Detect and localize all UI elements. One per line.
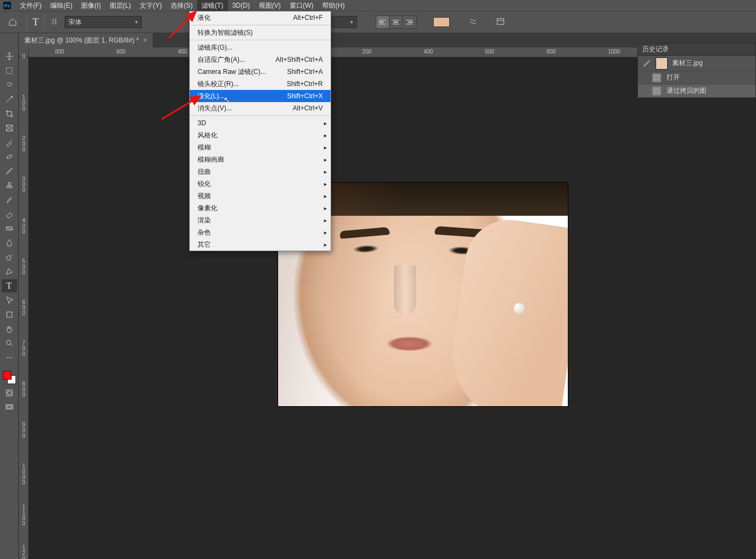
menu-item-label: 镜头校正(R)... bbox=[198, 79, 239, 89]
filter-submenu-item[interactable]: 其它 bbox=[190, 238, 331, 251]
svg-point-5 bbox=[6, 255, 10, 260]
type-tool-indicator[interactable]: T bbox=[33, 17, 39, 28]
filter-convert-smart[interactable]: 转换为智能滤镜(S) bbox=[190, 26, 331, 39]
menu-type[interactable]: 文字(Y) bbox=[135, 0, 166, 12]
workspace: T ⋯ 800600400200020040060080010001200140… bbox=[0, 47, 756, 559]
wand-icon bbox=[5, 95, 14, 104]
filter-last[interactable]: 液化 Alt+Ctrl+F bbox=[190, 12, 331, 24]
orientation-toggle[interactable] bbox=[50, 17, 59, 28]
menu-item-label: 其它 bbox=[198, 240, 211, 249]
filter-submenu-item[interactable]: 扭曲 bbox=[190, 166, 331, 178]
filter-submenu-item[interactable]: 模糊 bbox=[190, 141, 331, 153]
history-brush-tool[interactable] bbox=[2, 193, 17, 206]
menu-view[interactable]: 视图(V) bbox=[254, 0, 285, 12]
snapshot-label: 素材三.jpg bbox=[672, 58, 702, 68]
filter-submenu-item[interactable]: 风格化 bbox=[190, 129, 331, 141]
ruler-tick-label: 500 bbox=[19, 259, 28, 275]
document-tab[interactable]: 素材三.jpg @ 100% (图层 1, RGB/8#) * × bbox=[19, 33, 153, 47]
svg-point-7 bbox=[6, 340, 10, 345]
zoom-tool[interactable] bbox=[2, 337, 17, 350]
brush-tool[interactable] bbox=[2, 164, 17, 178]
filter-menu-item[interactable]: 消失点(V)...Alt+Ctrl+V bbox=[190, 102, 331, 114]
text-align-group bbox=[376, 15, 417, 29]
chevron-down-icon: ▾ bbox=[350, 19, 353, 25]
more-tools[interactable]: ⋯ bbox=[2, 351, 17, 364]
text-color-swatch[interactable] bbox=[433, 17, 450, 27]
filter-submenu-item[interactable]: 视频 bbox=[190, 190, 331, 202]
path-select-tool[interactable] bbox=[2, 294, 17, 307]
hand-tool[interactable] bbox=[2, 322, 17, 336]
fg-color-chip[interactable] bbox=[3, 371, 12, 380]
move-tool[interactable] bbox=[2, 50, 17, 63]
drop-icon bbox=[5, 238, 14, 247]
menu-select[interactable]: 选择(S) bbox=[166, 0, 197, 12]
svg-rect-15 bbox=[655, 89, 659, 93]
gradient-tool[interactable] bbox=[2, 222, 17, 235]
hand-icon bbox=[5, 324, 14, 333]
menu-layer[interactable]: 图层(L) bbox=[105, 0, 136, 12]
font-family-select[interactable]: 宋体▾ bbox=[65, 16, 142, 28]
stamp-tool[interactable] bbox=[2, 179, 17, 192]
history-state[interactable]: 打开 bbox=[638, 71, 755, 84]
menu-image[interactable]: 图像(I) bbox=[77, 0, 105, 12]
filter-submenu-item[interactable]: 锐化 bbox=[190, 178, 331, 190]
shape-tool[interactable] bbox=[2, 308, 17, 321]
align-left-button[interactable] bbox=[376, 16, 390, 28]
filter-submenu-item[interactable]: 像素化 bbox=[190, 202, 331, 214]
filter-submenu-item[interactable]: 杂色 bbox=[190, 226, 331, 238]
menu-help[interactable]: 帮助(H) bbox=[318, 0, 349, 12]
frame-tool[interactable] bbox=[2, 121, 17, 135]
menu-item-label: 液化(L)... bbox=[198, 92, 225, 101]
character-panel-button[interactable] bbox=[496, 17, 505, 28]
align-center-button[interactable] bbox=[390, 16, 403, 28]
filter-submenu-item[interactable]: 模糊画廊 bbox=[190, 153, 331, 166]
snapshot-thumbnail bbox=[656, 57, 668, 70]
history-state[interactable]: 通过拷贝的图 bbox=[638, 84, 755, 98]
heal-tool[interactable] bbox=[2, 150, 17, 163]
menu-filter[interactable]: 滤镜(T) bbox=[197, 0, 227, 12]
close-icon[interactable]: × bbox=[143, 36, 147, 44]
screen-icon bbox=[5, 403, 14, 412]
quickmask-toggle[interactable] bbox=[2, 386, 17, 400]
align-right-button[interactable] bbox=[403, 16, 416, 28]
dodge-tool[interactable] bbox=[2, 251, 17, 264]
filter-submenu-item[interactable]: 渲染 bbox=[190, 214, 331, 226]
history-brush-icon bbox=[642, 59, 651, 68]
menu-edit[interactable]: 编辑(E) bbox=[46, 0, 77, 12]
crop-tool[interactable] bbox=[2, 107, 17, 120]
frame-icon bbox=[5, 124, 14, 132]
screenmode-toggle[interactable] bbox=[2, 401, 17, 414]
home-button[interactable] bbox=[4, 14, 21, 30]
arrow-icon bbox=[5, 296, 14, 305]
type-tool[interactable]: T bbox=[2, 279, 17, 292]
pen-tool[interactable] bbox=[2, 265, 17, 278]
history-panel-header[interactable]: 历史记录 bbox=[638, 44, 755, 56]
filter-menu-item[interactable]: 镜头校正(R)...Shift+Ctrl+R bbox=[190, 78, 331, 90]
history-snapshot-row[interactable]: 素材三.jpg bbox=[638, 56, 755, 71]
menu-file[interactable]: 文件(F) bbox=[15, 0, 46, 12]
blur-tool[interactable] bbox=[2, 236, 17, 249]
filter-menu-item[interactable]: 自适应广角(A)...Alt+Shift+Ctrl+A bbox=[190, 54, 331, 66]
eraser-icon bbox=[5, 210, 14, 219]
ruler-tick-label: 1200 bbox=[19, 545, 28, 559]
filter-menu-item[interactable]: 滤镜库(G)... bbox=[190, 41, 331, 54]
eyedropper-tool[interactable] bbox=[2, 136, 17, 149]
canvas-area[interactable]: 8006004002000200400600800100012001400 01… bbox=[19, 47, 756, 559]
marquee-tool[interactable] bbox=[2, 64, 17, 77]
menu-window[interactable]: 窗口(W) bbox=[285, 0, 318, 12]
eraser-tool[interactable] bbox=[2, 207, 17, 221]
menu-item-shortcut: Alt+Shift+Ctrl+A bbox=[275, 56, 323, 63]
menu-3d[interactable]: 3D(D) bbox=[228, 1, 254, 10]
warp-text-button[interactable] bbox=[468, 17, 477, 28]
menu-item-label: 视频 bbox=[198, 191, 211, 201]
filter-menu-item[interactable]: 液化(L)...Shift+Ctrl+X bbox=[190, 90, 331, 102]
color-chips[interactable] bbox=[2, 370, 17, 385]
quick-select-tool[interactable] bbox=[2, 93, 17, 106]
filter-submenu-item[interactable]: 3D bbox=[190, 117, 331, 129]
menu-item-label: 消失点(V)... bbox=[198, 104, 232, 113]
ruler-vertical[interactable]: 0100200300400500600700800900100011001200 bbox=[19, 57, 29, 559]
panel-title: 历史记录 bbox=[642, 45, 669, 54]
marquee-icon bbox=[5, 66, 14, 75]
filter-menu-item[interactable]: Camera Raw 滤镜(C)...Shift+Ctrl+A bbox=[190, 66, 331, 78]
lasso-tool[interactable] bbox=[2, 78, 17, 92]
